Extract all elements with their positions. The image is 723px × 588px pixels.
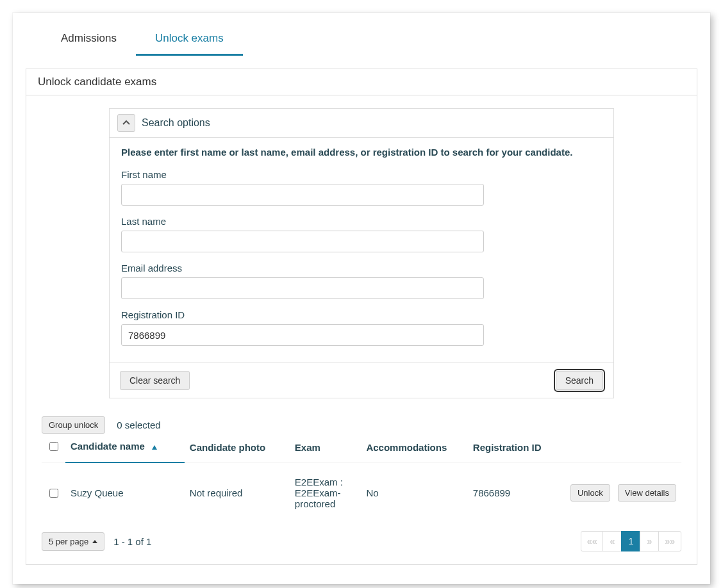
collapse-toggle-button[interactable]	[117, 114, 135, 132]
first-name-label: First name	[121, 169, 602, 180]
page-last[interactable]: »»	[658, 531, 681, 551]
search-options-header: Search options	[110, 109, 613, 138]
cell-registration-id: 7866899	[468, 462, 560, 524]
view-details-button[interactable]: View details	[618, 484, 676, 502]
page-1[interactable]: 1	[621, 531, 640, 551]
range-text: 1 - 1 of 1	[113, 536, 151, 547]
search-options-title: Search options	[142, 117, 210, 129]
results-table: Candidate name Candidate photo Exam Acco…	[42, 434, 681, 523]
page-next[interactable]: »	[640, 531, 659, 551]
col-candidate-name[interactable]: Candidate name	[65, 434, 185, 462]
svg-marker-0	[152, 445, 157, 450]
last-name-label: Last name	[121, 216, 602, 227]
table-row: Suzy Queue Not required E2EExam : E2EExa…	[42, 462, 681, 524]
per-page-wrap: 5 per page 1 - 1 of 1	[42, 532, 151, 551]
clear-search-button[interactable]: Clear search	[120, 371, 190, 390]
panel-title: Unlock candidate exams	[26, 69, 697, 95]
sort-asc-icon	[151, 442, 158, 453]
tab-unlock-exams[interactable]: Unlock exams	[136, 26, 243, 56]
search-button[interactable]: Search	[556, 371, 603, 390]
pagination: «« « 1 » »»	[581, 531, 681, 551]
cell-actions: Unlock View details	[560, 462, 681, 524]
col-registration-id[interactable]: Registration ID	[468, 434, 560, 462]
table-toolbar: Group unlock 0 selected	[34, 416, 689, 434]
email-group: Email address	[121, 263, 602, 299]
search-options-box: Search options Please enter first name o…	[109, 108, 614, 398]
col-actions	[560, 434, 681, 462]
per-page-label: 5 per page	[49, 537, 88, 546]
cell-candidate-name: Suzy Queue	[65, 462, 185, 524]
page-first[interactable]: ««	[581, 531, 604, 551]
row-checkbox[interactable]	[49, 489, 58, 498]
tabs: Admissions Unlock exams	[13, 13, 710, 56]
table-header: Candidate name Candidate photo Exam Acco…	[42, 434, 681, 462]
tab-admissions[interactable]: Admissions	[42, 26, 136, 56]
panel-unlock-exams: Unlock candidate exams Search options Pl…	[26, 69, 697, 565]
col-exam[interactable]: Exam	[290, 434, 362, 462]
selected-count: 0 selected	[117, 420, 160, 430]
page-prev[interactable]: «	[602, 531, 622, 551]
col-accommodations[interactable]: Accommodations	[361, 434, 467, 462]
per-page-dropdown[interactable]: 5 per page	[42, 532, 104, 551]
chevron-up-icon	[122, 118, 130, 129]
col-candidate-photo[interactable]: Candidate photo	[185, 434, 290, 462]
search-instructions: Please enter first name or last name, em…	[121, 147, 602, 158]
last-name-input[interactable]	[121, 231, 484, 252]
registration-id-input[interactable]	[121, 324, 484, 346]
first-name-group: First name	[121, 169, 602, 206]
group-unlock-button[interactable]: Group unlock	[42, 416, 105, 434]
caret-up-icon	[92, 540, 97, 543]
cell-accommodations: No	[361, 462, 467, 524]
col-candidate-name-label: Candidate name	[71, 441, 145, 452]
registration-id-label: Registration ID	[121, 309, 602, 320]
search-options-footer: Clear search Search	[110, 363, 613, 398]
table-footer: 5 per page 1 - 1 of 1 «« « 1 » »»	[34, 531, 689, 551]
search-options-body: Please enter first name or last name, em…	[110, 138, 613, 363]
unlock-button[interactable]: Unlock	[570, 484, 610, 502]
email-label: Email address	[121, 263, 602, 274]
last-name-group: Last name	[121, 216, 602, 252]
app-card: Admissions Unlock exams Unlock candidate…	[13, 13, 710, 584]
select-all-checkbox[interactable]	[49, 442, 58, 451]
first-name-input[interactable]	[121, 184, 484, 206]
registration-id-group: Registration ID	[121, 309, 602, 346]
cell-exam: E2EExam : E2EExam-proctored	[290, 462, 362, 524]
cell-candidate-photo: Not required	[185, 462, 290, 524]
email-input[interactable]	[121, 277, 484, 299]
panel-body: Search options Please enter first name o…	[26, 95, 697, 564]
